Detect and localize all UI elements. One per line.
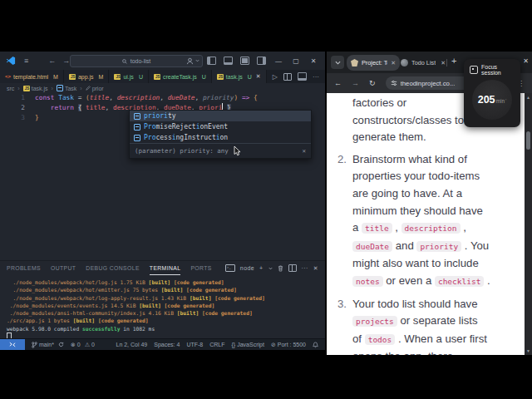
history-forward-icon[interactable]: → (62, 57, 70, 65)
tab-label: task.js (226, 74, 243, 80)
new-terminal-button[interactable]: + (259, 265, 264, 271)
run-button[interactable]: ▷ (273, 73, 278, 81)
list-marker: 3. (337, 296, 352, 355)
status-item-javascript[interactable]: {}JavaScript (232, 342, 264, 347)
browser-close-button[interactable]: ✕ (523, 57, 529, 65)
menu-icon[interactable]: ≡ (24, 57, 28, 65)
tab-label: createTask.js (163, 74, 197, 80)
split-editor-icon[interactable] (283, 73, 292, 81)
suggest-label-part: cess (155, 134, 171, 141)
split-terminal-icon[interactable] (288, 264, 297, 272)
status-item-utf-8[interactable]: UTF-8 (186, 342, 203, 347)
terminal-text: [built] (149, 279, 171, 285)
browser-tab-close-icon[interactable]: ✕ (441, 60, 446, 66)
editor-tab-ui.js[interactable]: JSui.jsU (109, 70, 149, 83)
terminal-text: in 1082 ms (121, 326, 155, 332)
breadcrumb-item-src[interactable]: src (7, 86, 14, 91)
terminal-output[interactable]: ./node_modules/webpack/hot/log.js 1.75 K… (0, 275, 325, 341)
panel-more-icon[interactable]: ··· (302, 265, 308, 271)
breadcrumb-item-task.js[interactable]: JStask.js (23, 86, 48, 91)
suggest-item-priority[interactable]: priority (130, 111, 311, 121)
panel-tab-problems[interactable]: PROBLEMS (7, 261, 41, 274)
url-text: theodinproject.co... (401, 80, 456, 87)
vscode-minimize-button[interactable]: — (273, 57, 283, 65)
editor-tab-template.html[interactable]: <>template.htmlM (0, 70, 64, 83)
panel-tab-terminal[interactable]: TERMINAL (150, 261, 181, 275)
code-line-1[interactable]: 1const Task = (title, description, dueDa… (0, 93, 325, 103)
scroll-up-icon[interactable]: ▲ (525, 94, 532, 101)
suggest-close-icon[interactable]: ✕ (302, 147, 306, 155)
terminal-line: ./node_modules/webpack/hot/log-apply-res… (7, 294, 325, 302)
panel-close-icon[interactable]: ✕ (313, 265, 318, 272)
editor-more-actions-icon[interactable]: ··· (313, 73, 319, 81)
toggle-panel-icon[interactable] (224, 57, 233, 65)
article-line: generate them. (352, 129, 520, 146)
browser-tab-close-icon[interactable]: ✕ (391, 60, 396, 66)
toggle-layout-icon[interactable] (240, 57, 249, 65)
editor-tab-app.js[interactable]: JSapp.jsM (64, 70, 110, 83)
tab-search-button[interactable] (331, 56, 344, 69)
editor-tab-task.js[interactable]: JStask.jsU✕ (212, 70, 267, 83)
panel-tab-output[interactable]: OUTPUT (51, 261, 76, 274)
inline-code: projects (352, 316, 397, 327)
terminal-shell-label[interactable]: node (240, 265, 254, 271)
inline-code: checklist (435, 276, 484, 287)
list-marker (337, 95, 352, 146)
status-label: Port : 5500 (278, 342, 306, 347)
panel-tab-debug-console[interactable]: DEBUG CONSOLE (86, 261, 140, 274)
focus-timer-dial[interactable]: 205 min ' (472, 80, 512, 120)
toggle-secondary-sidebar-icon[interactable] (257, 57, 266, 65)
remote-indicator[interactable] (0, 339, 25, 350)
browser-tab-todo-list[interactable]: Todo List✕ (397, 55, 450, 71)
line-number: 2 (0, 103, 35, 113)
vscode-close-button[interactable]: ✕ (308, 57, 318, 65)
status-item-spaces-4[interactable]: Spaces: 4 (154, 342, 180, 347)
tab-close-icon[interactable]: ✕ (256, 73, 261, 80)
article-text: are going to have. At a (352, 187, 462, 200)
account-icon[interactable] (186, 57, 200, 65)
status-item-crlf[interactable]: CRLF (209, 342, 224, 347)
history-back-icon[interactable]: ← (48, 57, 56, 65)
focus-session-widget[interactable]: Focus session 205 min ' (464, 59, 520, 127)
git-status-badge: U (202, 74, 206, 80)
panel-tab-ports[interactable]: PORTS (190, 261, 211, 274)
article-text: of (352, 332, 365, 345)
breadcrumb[interactable]: src›JStask.js›Task›prior (0, 83, 325, 93)
breadcrumb-item-Task[interactable]: Task (57, 85, 76, 91)
new-tab-button[interactable]: + (451, 56, 456, 66)
article-text: . (484, 274, 490, 287)
status-item-port-5500[interactable]: ⊘Port : 5500 (271, 342, 306, 348)
token: return (51, 104, 74, 111)
command-search-box[interactable]: todo-list (70, 55, 203, 67)
errors-icon: ⊗ (71, 342, 76, 348)
scroll-down-icon[interactable]: ▼ (525, 347, 532, 354)
trash-icon[interactable] (278, 265, 283, 272)
article-line: of todos . When a user first (352, 331, 520, 349)
terminal-text: [built] (139, 303, 161, 308)
back-icon[interactable]: ← (334, 79, 342, 87)
vscode-window: ≡ ← → todo-list — ▢ ✕ (0, 52, 325, 350)
reload-icon[interactable]: ↻ (369, 79, 376, 87)
article-text: generate them. (352, 131, 426, 143)
token: , (106, 104, 113, 111)
scrollbar-thumb[interactable] (526, 131, 530, 150)
bell-icon[interactable] (313, 342, 318, 348)
suggest-item-ProcessingInstruction[interactable]: ProcessingInstruction (130, 132, 311, 143)
sync-icon (58, 342, 64, 347)
branch-name: main* (39, 342, 54, 347)
token: , (195, 94, 203, 101)
vscode-maximize-button[interactable]: ▢ (291, 57, 301, 65)
editor-tab-createTask.js[interactable]: JScreateTask.jsU (149, 70, 212, 83)
breadcrumb-item-prior[interactable]: prior (86, 86, 104, 91)
site-info-icon[interactable] (391, 80, 397, 86)
toggle-sidebar-icon[interactable] (207, 57, 216, 65)
problems-item[interactable]: ⊗ 0 ⚠ 0 (71, 342, 95, 348)
git-branch-item[interactable]: main* (32, 342, 64, 348)
browser-tab-project-to-[interactable]: Project: To...✕ (347, 55, 400, 71)
page-scrollbar[interactable]: ▲ ▼ (525, 93, 532, 355)
suggest-item-PromiseRejectionEvent[interactable]: PromiseRejectionEvent (130, 121, 311, 132)
status-item-ln-2-col-49[interactable]: Ln 2, Col 49 (116, 342, 147, 347)
terminal-dropdown-icon[interactable] (268, 267, 273, 270)
forward-icon[interactable]: → (352, 79, 359, 87)
editor-layout-icon[interactable] (298, 72, 307, 81)
